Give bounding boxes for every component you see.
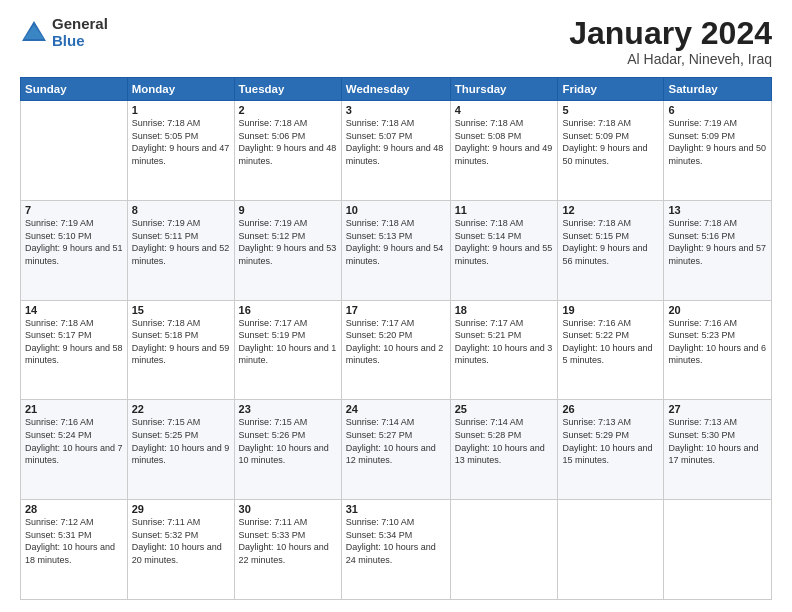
table-row: 31Sunrise: 7:10 AMSunset: 5:34 PMDayligh…	[341, 500, 450, 600]
day-info: Sunrise: 7:12 AMSunset: 5:31 PMDaylight:…	[25, 516, 123, 566]
table-row: 24Sunrise: 7:14 AMSunset: 5:27 PMDayligh…	[341, 400, 450, 500]
table-row: 4Sunrise: 7:18 AMSunset: 5:08 PMDaylight…	[450, 101, 558, 201]
day-number: 18	[455, 304, 554, 316]
table-row	[21, 101, 128, 201]
table-row: 11Sunrise: 7:18 AMSunset: 5:14 PMDayligh…	[450, 200, 558, 300]
header-thursday: Thursday	[450, 78, 558, 101]
day-info: Sunrise: 7:18 AMSunset: 5:08 PMDaylight:…	[455, 117, 554, 167]
calendar-week-4: 21Sunrise: 7:16 AMSunset: 5:24 PMDayligh…	[21, 400, 772, 500]
day-info: Sunrise: 7:19 AMSunset: 5:09 PMDaylight:…	[668, 117, 767, 167]
header: General Blue January 2024 Al Hadar, Nine…	[20, 16, 772, 67]
logo: General Blue	[20, 16, 108, 49]
day-info: Sunrise: 7:17 AMSunset: 5:20 PMDaylight:…	[346, 317, 446, 367]
day-info: Sunrise: 7:16 AMSunset: 5:22 PMDaylight:…	[562, 317, 659, 367]
day-number: 8	[132, 204, 230, 216]
day-info: Sunrise: 7:14 AMSunset: 5:28 PMDaylight:…	[455, 416, 554, 466]
calendar-week-5: 28Sunrise: 7:12 AMSunset: 5:31 PMDayligh…	[21, 500, 772, 600]
day-info: Sunrise: 7:18 AMSunset: 5:06 PMDaylight:…	[239, 117, 337, 167]
table-row: 16Sunrise: 7:17 AMSunset: 5:19 PMDayligh…	[234, 300, 341, 400]
svg-marker-1	[24, 25, 44, 39]
day-info: Sunrise: 7:17 AMSunset: 5:19 PMDaylight:…	[239, 317, 337, 367]
day-number: 19	[562, 304, 659, 316]
table-row: 8Sunrise: 7:19 AMSunset: 5:11 PMDaylight…	[127, 200, 234, 300]
calendar-table: Sunday Monday Tuesday Wednesday Thursday…	[20, 77, 772, 600]
logo-icon	[20, 19, 48, 47]
day-info: Sunrise: 7:18 AMSunset: 5:17 PMDaylight:…	[25, 317, 123, 367]
day-number: 12	[562, 204, 659, 216]
calendar-week-1: 1Sunrise: 7:18 AMSunset: 5:05 PMDaylight…	[21, 101, 772, 201]
day-number: 5	[562, 104, 659, 116]
table-row: 23Sunrise: 7:15 AMSunset: 5:26 PMDayligh…	[234, 400, 341, 500]
table-row: 10Sunrise: 7:18 AMSunset: 5:13 PMDayligh…	[341, 200, 450, 300]
table-row: 22Sunrise: 7:15 AMSunset: 5:25 PMDayligh…	[127, 400, 234, 500]
table-row: 14Sunrise: 7:18 AMSunset: 5:17 PMDayligh…	[21, 300, 128, 400]
table-row: 30Sunrise: 7:11 AMSunset: 5:33 PMDayligh…	[234, 500, 341, 600]
day-number: 2	[239, 104, 337, 116]
day-info: Sunrise: 7:17 AMSunset: 5:21 PMDaylight:…	[455, 317, 554, 367]
table-row: 5Sunrise: 7:18 AMSunset: 5:09 PMDaylight…	[558, 101, 664, 201]
day-number: 3	[346, 104, 446, 116]
day-info: Sunrise: 7:19 AMSunset: 5:11 PMDaylight:…	[132, 217, 230, 267]
day-number: 1	[132, 104, 230, 116]
day-number: 7	[25, 204, 123, 216]
table-row	[664, 500, 772, 600]
day-number: 6	[668, 104, 767, 116]
table-row: 13Sunrise: 7:18 AMSunset: 5:16 PMDayligh…	[664, 200, 772, 300]
day-info: Sunrise: 7:13 AMSunset: 5:29 PMDaylight:…	[562, 416, 659, 466]
day-number: 13	[668, 204, 767, 216]
day-number: 14	[25, 304, 123, 316]
day-number: 26	[562, 403, 659, 415]
table-row: 25Sunrise: 7:14 AMSunset: 5:28 PMDayligh…	[450, 400, 558, 500]
table-row: 18Sunrise: 7:17 AMSunset: 5:21 PMDayligh…	[450, 300, 558, 400]
table-row: 19Sunrise: 7:16 AMSunset: 5:22 PMDayligh…	[558, 300, 664, 400]
day-info: Sunrise: 7:15 AMSunset: 5:25 PMDaylight:…	[132, 416, 230, 466]
header-friday: Friday	[558, 78, 664, 101]
table-row: 3Sunrise: 7:18 AMSunset: 5:07 PMDaylight…	[341, 101, 450, 201]
day-number: 11	[455, 204, 554, 216]
day-info: Sunrise: 7:11 AMSunset: 5:33 PMDaylight:…	[239, 516, 337, 566]
day-info: Sunrise: 7:18 AMSunset: 5:09 PMDaylight:…	[562, 117, 659, 167]
table-row: 15Sunrise: 7:18 AMSunset: 5:18 PMDayligh…	[127, 300, 234, 400]
title-block: January 2024 Al Hadar, Nineveh, Iraq	[569, 16, 772, 67]
table-row: 28Sunrise: 7:12 AMSunset: 5:31 PMDayligh…	[21, 500, 128, 600]
table-row: 26Sunrise: 7:13 AMSunset: 5:29 PMDayligh…	[558, 400, 664, 500]
header-saturday: Saturday	[664, 78, 772, 101]
table-row: 6Sunrise: 7:19 AMSunset: 5:09 PMDaylight…	[664, 101, 772, 201]
day-info: Sunrise: 7:11 AMSunset: 5:32 PMDaylight:…	[132, 516, 230, 566]
logo-general-text: General	[52, 16, 108, 33]
day-info: Sunrise: 7:16 AMSunset: 5:24 PMDaylight:…	[25, 416, 123, 466]
day-number: 27	[668, 403, 767, 415]
day-number: 10	[346, 204, 446, 216]
day-info: Sunrise: 7:19 AMSunset: 5:12 PMDaylight:…	[239, 217, 337, 267]
table-row: 29Sunrise: 7:11 AMSunset: 5:32 PMDayligh…	[127, 500, 234, 600]
day-info: Sunrise: 7:10 AMSunset: 5:34 PMDaylight:…	[346, 516, 446, 566]
table-row: 9Sunrise: 7:19 AMSunset: 5:12 PMDaylight…	[234, 200, 341, 300]
calendar-title: January 2024	[569, 16, 772, 51]
header-sunday: Sunday	[21, 78, 128, 101]
day-number: 30	[239, 503, 337, 515]
day-info: Sunrise: 7:18 AMSunset: 5:14 PMDaylight:…	[455, 217, 554, 267]
header-monday: Monday	[127, 78, 234, 101]
day-number: 9	[239, 204, 337, 216]
day-number: 15	[132, 304, 230, 316]
day-number: 17	[346, 304, 446, 316]
day-info: Sunrise: 7:18 AMSunset: 5:18 PMDaylight:…	[132, 317, 230, 367]
day-number: 23	[239, 403, 337, 415]
table-row	[558, 500, 664, 600]
day-info: Sunrise: 7:18 AMSunset: 5:05 PMDaylight:…	[132, 117, 230, 167]
day-info: Sunrise: 7:19 AMSunset: 5:10 PMDaylight:…	[25, 217, 123, 267]
day-info: Sunrise: 7:13 AMSunset: 5:30 PMDaylight:…	[668, 416, 767, 466]
table-row: 17Sunrise: 7:17 AMSunset: 5:20 PMDayligh…	[341, 300, 450, 400]
table-row: 7Sunrise: 7:19 AMSunset: 5:10 PMDaylight…	[21, 200, 128, 300]
calendar-header-row: Sunday Monday Tuesday Wednesday Thursday…	[21, 78, 772, 101]
table-row: 1Sunrise: 7:18 AMSunset: 5:05 PMDaylight…	[127, 101, 234, 201]
day-number: 22	[132, 403, 230, 415]
day-info: Sunrise: 7:18 AMSunset: 5:07 PMDaylight:…	[346, 117, 446, 167]
day-number: 29	[132, 503, 230, 515]
day-number: 21	[25, 403, 123, 415]
day-info: Sunrise: 7:18 AMSunset: 5:15 PMDaylight:…	[562, 217, 659, 267]
day-number: 24	[346, 403, 446, 415]
table-row: 20Sunrise: 7:16 AMSunset: 5:23 PMDayligh…	[664, 300, 772, 400]
calendar-week-3: 14Sunrise: 7:18 AMSunset: 5:17 PMDayligh…	[21, 300, 772, 400]
header-wednesday: Wednesday	[341, 78, 450, 101]
